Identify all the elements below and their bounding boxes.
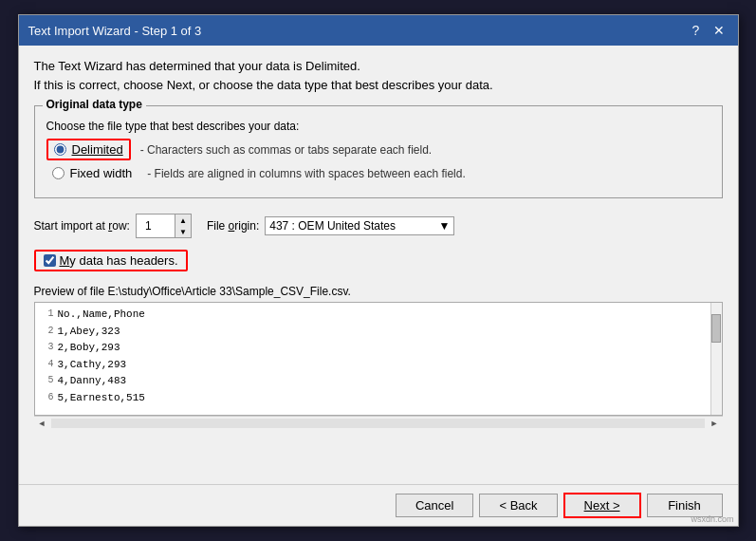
group-content: Choose the file type that best describes…: [46, 120, 710, 182]
preview-line: 32,Boby,293: [41, 340, 705, 357]
preview-content: 1No.,Name,Phone 21,Abey,323 32,Boby,293 …: [35, 303, 710, 415]
vertical-scrollbar[interactable]: [710, 303, 722, 415]
data-type-group: Original data type Choose the file type …: [34, 105, 723, 198]
spin-down-button[interactable]: ▼: [175, 226, 191, 237]
file-origin-value: 437 : OEM United States: [269, 219, 396, 233]
fixedwidth-label[interactable]: Fixed width: [70, 166, 133, 180]
scroll-right-arrow[interactable]: ►: [707, 419, 723, 428]
intro-section: The Text Wizard has determined that your…: [34, 57, 723, 94]
intro-line1: The Text Wizard has determined that your…: [34, 57, 723, 76]
preview-line: 43,Cathy,293: [41, 357, 705, 374]
choose-label: Choose the file type that best describes…: [46, 120, 710, 133]
delimited-radio[interactable]: [54, 143, 66, 156]
close-button[interactable]: ✕: [710, 21, 728, 40]
start-row-spinbox: ▲ ▼: [136, 214, 192, 238]
dialog-footer: Cancel < Back Next > Finish: [19, 484, 738, 526]
file-origin-select[interactable]: 437 : OEM United States ▼: [265, 216, 454, 235]
dialog-content: The Text Wizard has determined that your…: [19, 46, 738, 484]
scrollbar-thumb[interactable]: [711, 314, 721, 343]
start-row-group: Start import at row: ▲ ▼: [34, 214, 192, 238]
preview-section: Preview of file E:\study\Office\Article …: [34, 285, 723, 429]
fixedwidth-desc: - Fields are aligned in columns with spa…: [147, 167, 466, 180]
preview-line: 1No.,Name,Phone: [41, 307, 705, 324]
preview-line: 54,Danny,483: [41, 373, 705, 390]
cancel-button[interactable]: Cancel: [396, 494, 473, 517]
watermark-text: wsxdn.com: [691, 514, 733, 524]
row-settings: Start import at row: ▲ ▼ File origin: 43…: [34, 214, 723, 238]
fixedwidth-container: Fixed width: [46, 164, 138, 182]
start-row-input[interactable]: [137, 215, 175, 237]
dialog-title: Text Import Wizard - Step 1 of 3: [28, 24, 202, 38]
spin-up-button[interactable]: ▲: [175, 215, 191, 226]
preview-label: Preview of file E:\study\Office\Article …: [34, 285, 723, 298]
dialog-window: Text Import Wizard - Step 1 of 3 ? ✕ The…: [18, 14, 739, 527]
delimited-row: Delimited - Characters such as commas or…: [46, 139, 710, 160]
help-button[interactable]: ?: [687, 21, 706, 40]
title-bar-buttons: ? ✕: [687, 21, 728, 40]
preview-box: 1No.,Name,Phone 21,Abey,323 32,Boby,293 …: [34, 302, 723, 416]
preview-line: 65,Earnesto,515: [41, 390, 705, 407]
dropdown-arrow-icon: ▼: [438, 219, 450, 233]
fixedwidth-radio[interactable]: [52, 167, 65, 179]
delimited-desc: - Characters such as commas or tabs sepa…: [140, 143, 432, 157]
headers-label[interactable]: My data has headers.: [60, 253, 178, 268]
group-title: Original data type: [43, 98, 146, 111]
back-button[interactable]: < Back: [479, 494, 557, 517]
title-bar: Text Import Wizard - Step 1 of 3 ? ✕: [19, 15, 738, 46]
file-origin-group: File origin: 437 : OEM United States ▼: [207, 216, 454, 235]
intro-line2: If this is correct, choose Next, or choo…: [34, 76, 723, 95]
spin-buttons: ▲ ▼: [175, 215, 191, 237]
scroll-left-arrow[interactable]: ◄: [34, 419, 50, 428]
headers-checkbox-area: My data has headers.: [34, 250, 723, 271]
headers-checkbox[interactable]: [44, 254, 56, 267]
horizontal-track: [51, 419, 704, 428]
headers-checkbox-highlight: My data has headers.: [34, 250, 188, 271]
next-button[interactable]: Next >: [563, 493, 641, 518]
start-row-label: Start import at row:: [34, 219, 130, 233]
preview-line: 21,Abey,323: [41, 324, 705, 341]
delimited-label[interactable]: Delimited: [72, 142, 123, 157]
horizontal-scrollbar[interactable]: ◄ ►: [34, 416, 723, 429]
fixedwidth-row: Fixed width - Fields are aligned in colu…: [46, 164, 710, 182]
file-origin-label: File origin:: [207, 219, 259, 233]
delimited-highlight: Delimited: [46, 139, 131, 160]
